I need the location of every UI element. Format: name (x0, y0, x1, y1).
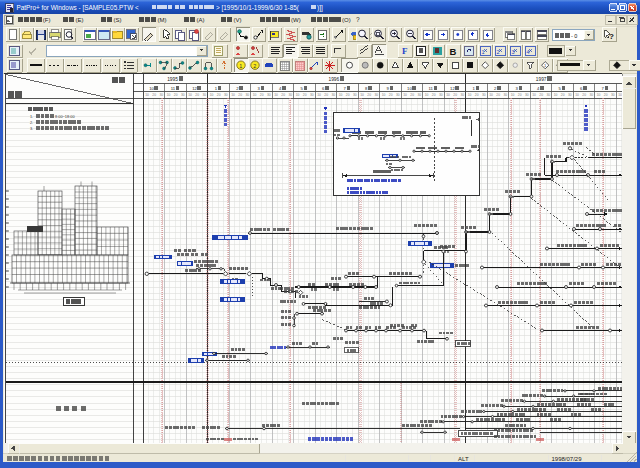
svg-text:20: 20 (303, 93, 307, 97)
svg-text:30: 30 (374, 93, 378, 97)
svg-text:30: 30 (460, 93, 464, 97)
svg-text:1.: 1. (30, 115, 33, 119)
svg-text:2.: 2. (30, 121, 33, 125)
svg-text:20: 20 (432, 93, 436, 97)
svg-text:20: 20 (389, 93, 393, 97)
svg-text:10: 10 (597, 93, 601, 97)
svg-text:30: 30 (439, 93, 443, 97)
svg-text:30: 30 (503, 93, 507, 97)
svg-text:10: 10 (296, 93, 300, 97)
svg-text:(F): (F) (43, 17, 51, 23)
svg-text:1996: 1996 (329, 77, 340, 82)
svg-text:1: 1 (239, 63, 242, 69)
svg-text:30: 30 (525, 93, 529, 97)
svg-text:10: 10 (188, 93, 192, 97)
svg-text:20: 20 (561, 93, 565, 97)
svg-text:20: 20 (238, 93, 242, 97)
svg-text:- 0: - 0 (571, 33, 577, 39)
svg-text:10: 10 (532, 93, 536, 97)
svg-text:20: 20 (475, 93, 479, 97)
svg-text:2: 2 (253, 63, 256, 69)
svg-text:10: 10 (149, 86, 154, 91)
svg-text:30: 30 (245, 93, 249, 97)
svg-text:20: 20 (453, 93, 457, 97)
svg-text:10: 10 (554, 93, 558, 97)
svg-text:1998/07/29: 1998/07/29 (552, 456, 583, 462)
svg-text:(V): (V) (233, 17, 241, 23)
svg-text:(W): (W) (291, 17, 301, 23)
svg-text:> [1995/10/1-1999/6/30 1-85(: > [1995/10/1-1999/6/30 1-85( (216, 4, 300, 12)
svg-text:20: 20 (518, 93, 522, 97)
svg-text:20: 20 (496, 93, 500, 97)
svg-text:10: 10 (167, 93, 171, 97)
svg-text:?: ? (356, 16, 360, 23)
svg-text:1995: 1995 (167, 77, 178, 82)
svg-text:10: 10 (575, 93, 579, 97)
svg-text:8:00~18:00: 8:00~18:00 (55, 114, 75, 119)
svg-text:10: 10 (231, 93, 235, 97)
svg-text:10: 10 (403, 93, 407, 97)
svg-text:?: ? (609, 32, 614, 41)
svg-text:20: 20 (174, 93, 178, 97)
svg-text:)]]: )]] (317, 4, 323, 12)
svg-text:PatPro+ for Windows - [SAMPLE0: PatPro+ for Windows - [SAMPLE05.PTW < (17, 4, 139, 12)
svg-text:ALT: ALT (458, 456, 469, 462)
svg-text:30: 30 (224, 93, 228, 97)
svg-text:30: 30 (267, 93, 271, 97)
svg-text:20: 20 (539, 93, 543, 97)
svg-text:20: 20 (260, 93, 264, 97)
svg-text:30: 30 (589, 93, 593, 97)
svg-text:10: 10 (468, 93, 472, 97)
svg-text:30: 30 (202, 93, 206, 97)
svg-text:10: 10 (360, 93, 364, 97)
svg-text:10: 10 (618, 93, 622, 97)
svg-text:10: 10 (317, 93, 321, 97)
svg-text:20: 20 (152, 93, 156, 97)
svg-text:30: 30 (159, 93, 163, 97)
svg-text:20: 20 (410, 93, 414, 97)
svg-text:20: 20 (367, 93, 371, 97)
svg-text:10: 10 (274, 93, 278, 97)
svg-text:20: 20 (281, 93, 285, 97)
svg-text:30: 30 (331, 93, 335, 97)
svg-text:10: 10 (407, 86, 412, 91)
svg-text:12: 12 (192, 86, 197, 91)
svg-text:20: 20 (324, 93, 328, 97)
svg-text:10: 10 (489, 93, 493, 97)
svg-text:10: 10 (210, 93, 214, 97)
svg-text:3.: 3. (30, 127, 33, 131)
svg-text:10: 10 (339, 93, 343, 97)
svg-text:10: 10 (382, 93, 386, 97)
svg-text:(M): (M) (158, 17, 167, 23)
svg-text:30: 30 (181, 93, 185, 97)
svg-text:20: 20 (346, 93, 350, 97)
svg-text:(S): (S) (113, 17, 121, 23)
svg-text:30: 30 (417, 93, 421, 97)
svg-text:20: 20 (604, 93, 608, 97)
svg-text:20: 20 (217, 93, 221, 97)
svg-text:12: 12 (450, 86, 455, 91)
svg-text:20: 20 (582, 93, 586, 97)
svg-text:10: 10 (511, 93, 515, 97)
svg-text:10: 10 (253, 93, 257, 97)
svg-text:1997: 1997 (536, 77, 547, 82)
svg-text:11: 11 (429, 86, 434, 91)
svg-text:(O): (O) (342, 17, 351, 23)
svg-text:(A): (A) (196, 17, 204, 23)
svg-text:30: 30 (611, 93, 615, 97)
svg-text:(E): (E) (75, 17, 83, 23)
svg-text:30: 30 (310, 93, 314, 97)
svg-text:30: 30 (482, 93, 486, 97)
svg-text:10: 10 (145, 93, 149, 97)
svg-text:30: 30 (546, 93, 550, 97)
svg-text:11: 11 (171, 86, 176, 91)
svg-text:10: 10 (425, 93, 429, 97)
svg-text:10: 10 (446, 93, 450, 97)
svg-text:30: 30 (568, 93, 572, 97)
svg-text:B: B (450, 46, 457, 57)
svg-text:30: 30 (288, 93, 292, 97)
svg-text:20: 20 (195, 93, 199, 97)
svg-text:F: F (402, 46, 408, 56)
svg-text:30: 30 (396, 93, 400, 97)
svg-text:30: 30 (353, 93, 357, 97)
